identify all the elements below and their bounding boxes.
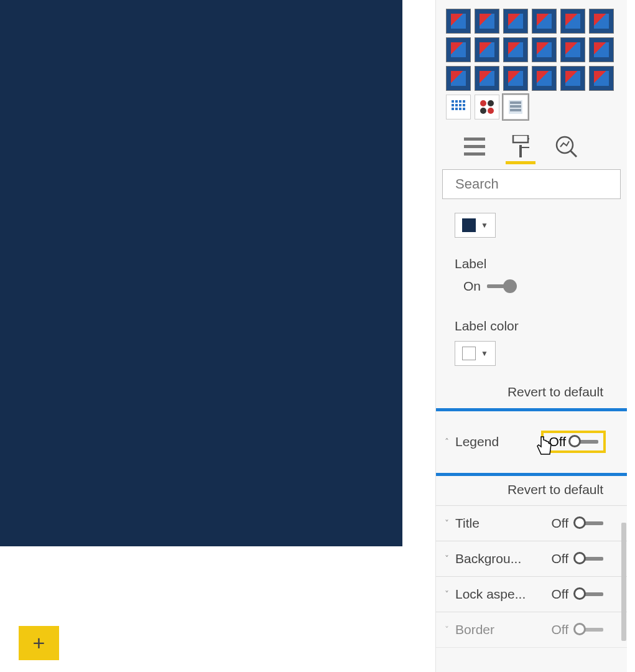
svg-rect-5	[455, 104, 458, 106]
section-title: Title	[455, 516, 480, 531]
svg-point-12	[480, 100, 486, 106]
label-toggle[interactable]: On	[455, 279, 608, 294]
border-section[interactable]: ˅ Border Off	[436, 612, 627, 648]
svg-rect-7	[463, 104, 465, 106]
toggle-state-text: Off	[549, 434, 566, 449]
border-toggle[interactable]: Off	[551, 622, 603, 637]
chevron-down-icon: ˅	[445, 589, 449, 599]
svg-rect-6	[459, 104, 461, 106]
svg-rect-1	[455, 100, 458, 103]
svg-point-15	[488, 108, 494, 114]
viz-type-py-icon[interactable]	[503, 95, 528, 119]
visualizations-panel: ▼ Label On Label color ▼ Revert to defau…	[435, 0, 627, 672]
report-canvas[interactable]	[0, 0, 402, 546]
viz-type-icon[interactable]	[560, 66, 585, 91]
legend-section[interactable]: ˄ Legend Off	[436, 423, 627, 460]
format-tab[interactable]	[508, 134, 533, 159]
magnifier-chart-icon	[555, 136, 578, 158]
toggle-state-text: Off	[551, 587, 568, 602]
chevron-down-icon: ▼	[481, 349, 488, 358]
color-picker[interactable]: ▼	[455, 213, 496, 238]
visualization-type-grid	[436, 0, 627, 119]
fields-icon	[464, 138, 485, 156]
svg-point-14	[480, 108, 486, 114]
svg-line-26	[570, 151, 577, 157]
chevron-down-icon: ▼	[481, 221, 488, 230]
viz-type-icon[interactable]	[503, 37, 528, 62]
background-section[interactable]: ˅ Backgrou... Off	[436, 541, 627, 577]
search-input[interactable]	[442, 169, 621, 199]
scroll-thumb[interactable]	[621, 523, 626, 641]
viz-type-icon[interactable]	[589, 66, 614, 91]
viz-type-icon[interactable]	[446, 9, 471, 34]
section-title: Border	[455, 622, 494, 637]
svg-rect-0	[452, 100, 454, 103]
background-toggle[interactable]: Off	[551, 551, 603, 566]
toggle-state-text: Off	[551, 516, 568, 531]
paint-roller-icon	[512, 135, 529, 159]
svg-rect-2	[459, 100, 461, 103]
panel-tabs	[436, 123, 627, 159]
viz-type-matrix-icon[interactable]	[446, 95, 471, 119]
svg-rect-10	[459, 108, 461, 110]
svg-rect-11	[463, 108, 465, 110]
viz-type-icon[interactable]	[475, 9, 499, 34]
svg-rect-20	[464, 138, 485, 141]
svg-rect-17	[510, 101, 521, 104]
viz-type-r-icon[interactable]	[475, 95, 499, 119]
color-swatch	[462, 218, 476, 232]
svg-rect-4	[452, 104, 454, 106]
format-properties: ▼ Label On Label color ▼ Revert to defau…	[436, 199, 627, 648]
lock-aspect-section[interactable]: ˅ Lock aspe... Off	[436, 576, 627, 612]
viz-type-icon[interactable]	[446, 66, 471, 91]
viz-type-icon[interactable]	[503, 66, 528, 91]
viz-type-icon[interactable]	[532, 66, 557, 91]
chevron-down-icon: ˅	[445, 518, 449, 528]
svg-rect-18	[510, 105, 521, 108]
viz-type-icon[interactable]	[475, 66, 499, 91]
toggle-state-text: On	[463, 279, 481, 294]
revert-to-default-link[interactable]: Revert to default	[436, 476, 627, 506]
toggle-state-text: Off	[551, 551, 568, 566]
search-field[interactable]	[455, 176, 626, 192]
plus-icon: +	[33, 631, 45, 655]
section-title: Lock aspe...	[455, 587, 526, 602]
toggle-state-text: Off	[551, 622, 568, 637]
chevron-down-icon: ˅	[445, 554, 449, 564]
revert-to-default-link[interactable]: Revert to default	[436, 378, 627, 408]
svg-rect-8	[452, 108, 454, 110]
svg-rect-21	[464, 145, 485, 148]
section-title: Backgrou...	[455, 551, 521, 566]
section-title: Legend	[455, 434, 499, 449]
viz-type-icon[interactable]	[589, 37, 614, 62]
viz-type-icon[interactable]	[503, 9, 528, 34]
viz-type-icon[interactable]	[532, 9, 557, 34]
label-color-picker[interactable]: ▼	[455, 341, 496, 366]
label-title: Label	[455, 256, 608, 271]
svg-rect-9	[455, 108, 458, 110]
viz-type-icon[interactable]	[560, 9, 585, 34]
legend-toggle[interactable]: Off	[544, 433, 603, 450]
label-color-title: Label color	[455, 319, 608, 334]
viz-type-icon[interactable]	[589, 9, 614, 34]
title-toggle[interactable]: Off	[551, 516, 603, 531]
fields-tab[interactable]	[462, 134, 487, 159]
viz-type-icon[interactable]	[446, 37, 471, 62]
viz-type-icon[interactable]	[532, 37, 557, 62]
viz-type-icon[interactable]	[560, 37, 585, 62]
svg-point-13	[488, 100, 494, 106]
svg-rect-23	[513, 135, 528, 142]
scrollbar[interactable]	[619, 0, 627, 672]
legend-section-highlight: ˄ Legend Off	[435, 408, 627, 476]
svg-rect-19	[510, 109, 521, 111]
analytics-tab[interactable]	[554, 134, 579, 159]
chevron-up-icon: ˄	[445, 437, 449, 447]
lock-aspect-toggle[interactable]: Off	[551, 587, 603, 602]
title-section[interactable]: ˅ Title Off	[436, 505, 627, 541]
viz-type-icon[interactable]	[475, 37, 499, 62]
color-swatch	[462, 347, 476, 360]
svg-rect-3	[463, 100, 465, 103]
add-page-button[interactable]: +	[19, 626, 59, 660]
svg-rect-22	[464, 152, 485, 156]
chevron-down-icon: ˅	[445, 625, 449, 635]
